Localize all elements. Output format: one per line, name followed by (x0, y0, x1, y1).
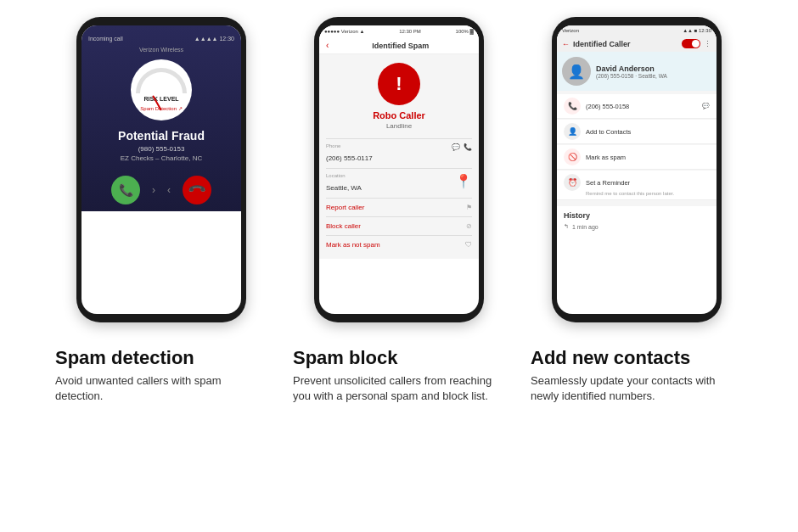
phone3-call-badge: 💬 (702, 103, 710, 109)
phone1-caller-name: EZ Checks – Charlotte, NC (121, 154, 202, 162)
section3-description: Seamlessly update your contacts with new… (531, 373, 743, 404)
phone1-status-right: ▲▲▲▲ 12:30 (194, 36, 234, 42)
phone3-add-item[interactable]: 👤 Add to Contacts (557, 120, 717, 144)
descriptions-row: Spam detection Avoid unwanted callers wi… (17, 348, 781, 405)
phone3-history-call-icon: ↰ (564, 223, 569, 230)
phone3-contact-detail: (206) 555-0158 · Seattle, WA (596, 73, 711, 79)
phone3-spam-item[interactable]: 🚫 Mark as spam (557, 145, 717, 170)
phone1-decline-icon: 📞 (187, 180, 206, 199)
phone2-content: ●●●●● Verizon ▲ 12:30 PM 100% ▓ ‹ Identi… (319, 25, 479, 259)
phone3-call-icon: 📞 (568, 102, 577, 110)
phone1-accept-button[interactable]: 📞 (111, 176, 140, 204)
phone3-status-bar: Verizon ▲▲ ■ 12:30 (557, 25, 717, 36)
phone3-status-right: ▲▲ ■ 12:30 (683, 28, 711, 33)
phone1-frame: Incoming call ▲▲▲▲ 12:30 Verizon Wireles… (76, 17, 246, 322)
phone1-swipe-arrow2: ‹ (167, 184, 171, 196)
phone1-accept-icon: 📞 (119, 183, 133, 197)
phone3-content: Verizon ▲▲ ■ 12:30 ← Identified Caller ⋮… (557, 25, 717, 235)
phone3-spam-icon: 🚫 (568, 153, 577, 161)
phone3-reminder-item[interactable]: ⏰ Set a Reminder Remind me to contact th… (557, 171, 717, 200)
phone2-block-row[interactable]: Block caller ⊘ (326, 216, 472, 235)
phone2-screen: ●●●●● Verizon ▲ 12:30 PM 100% ▓ ‹ Identi… (319, 25, 479, 314)
phone3-add-icon-circle: 👤 (564, 123, 581, 140)
phone3-header-title: Identified Caller (573, 40, 678, 48)
phone3-header: ← Identified Caller ⋮ (557, 36, 717, 52)
phone2-caller-name: Robo Caller (373, 110, 425, 120)
phone2-phone-row: Phone (206) 555-0117 💬 📞 (326, 138, 472, 168)
phone1-carrier: Verizon Wireless (139, 47, 183, 53)
phone2-location-icon: 📍 (455, 173, 472, 189)
phone3-history-item: ↰ 1 min ago (564, 223, 710, 230)
phone3-reminder-icon: ⏰ (568, 178, 577, 187)
phone1-wrapper: Incoming call ▲▲▲▲ 12:30 Verizon Wireles… (55, 17, 267, 322)
phone1-gauge-arc (136, 68, 187, 93)
phone2-phone-info: Phone (206) 555-0117 (326, 143, 373, 164)
phone3-reminder-icon-circle: ⏰ (564, 174, 581, 191)
phone1-gauge: RISK LEVEL Spam Detection ↗ (131, 59, 192, 120)
phone3-call-icon-circle: 📞 (564, 98, 581, 115)
phone2-header: ‹ Identified Spam (319, 37, 479, 54)
phone1-swipe-arrow: › (152, 184, 155, 196)
section2-title: Spam block (293, 348, 505, 368)
phone3-toggle[interactable] (682, 39, 700, 48)
phone2-location-info: Location Seattle, WA (326, 173, 362, 193)
phone2-status-bar: ●●●●● Verizon ▲ 12:30 PM 100% ▓ (319, 25, 479, 37)
phone3-back-arrow[interactable]: ← (562, 40, 570, 48)
phone2-call-icon[interactable]: 📞 (464, 143, 472, 151)
phone2-phone-icons: 💬 📞 (452, 143, 472, 151)
phone2-wrapper: ●●●●● Verizon ▲ 12:30 PM 100% ▓ ‹ Identi… (293, 17, 505, 322)
phone2-message-icon[interactable]: 💬 (452, 143, 460, 151)
phone2-spam-icon: ! (378, 63, 420, 105)
phone3-frame: Verizon ▲▲ ■ 12:30 ← Identified Caller ⋮… (552, 17, 722, 322)
phone2-notspam-row[interactable]: Mark as not spam 🛡 (326, 235, 472, 254)
phone3-screen: Verizon ▲▲ ■ 12:30 ← Identified Caller ⋮… (557, 25, 717, 314)
phone3-action-list: 📞 (206) 555-0158 💬 👤 Add to Contacts (557, 91, 717, 204)
section1-block: Spam detection Avoid unwanted callers wi… (55, 348, 267, 405)
phone1-screen: Incoming call ▲▲▲▲ 12:30 Verizon Wireles… (81, 25, 241, 314)
phone1-number: (980) 555-0153 (138, 145, 185, 153)
section3-block: Add new contacts Seamlessly update your … (531, 348, 743, 405)
phone2-status-right: 100% ▓ (456, 29, 474, 34)
phone2-header-title: Identified Spam (329, 42, 472, 50)
phone3-more-icon[interactable]: ⋮ (704, 40, 711, 48)
phone3-contact-name: David Anderson (596, 64, 711, 73)
phone2-frame: ●●●●● Verizon ▲ 12:30 PM 100% ▓ ‹ Identi… (314, 17, 484, 322)
phone2-caller-type: Landline (386, 122, 412, 130)
section1-description: Avoid unwanted callers with spam detecti… (55, 373, 267, 404)
phone3-spam-icon-circle: 🚫 (564, 148, 581, 165)
phone3-history-time: 1 min ago (572, 224, 598, 230)
section2-description: Prevent unsolicited callers from reachin… (293, 373, 505, 404)
section1-title: Spam detection (55, 348, 267, 368)
phone1-actions: 📞 › ‹ 📞 (111, 176, 211, 204)
phone3-call-item[interactable]: 📞 (206) 555-0158 💬 (557, 94, 717, 119)
phone3-add-person-icon: 👤 (568, 127, 577, 136)
phone1-status-bar: Incoming call ▲▲▲▲ 12:30 (88, 36, 234, 42)
phone2-body: ! Robo Caller Landline Phone (206) 555-0… (319, 54, 479, 259)
phone1-fraud-title: Potential Fraud (118, 129, 205, 143)
phone2-shield-icon: 🛡 (465, 241, 472, 249)
phone2-flag-icon: ⚑ (466, 204, 472, 211)
phone3-contact-card: 👤 David Anderson (206) 555-0158 · Seattl… (557, 52, 717, 91)
phone3-reminder-sub: Remind me to contact this person later. (564, 191, 674, 196)
phones-row: Incoming call ▲▲▲▲ 12:30 Verizon Wireles… (55, 17, 743, 322)
section2-block: Spam block Prevent unsolicited callers f… (293, 348, 505, 405)
phone3-avatar: 👤 (562, 57, 591, 86)
phone2-status-left: ●●●●● Verizon ▲ (324, 29, 364, 34)
phone3-contact-info: David Anderson (206) 555-0158 · Seattle,… (596, 64, 711, 79)
section3-title: Add new contacts (531, 348, 743, 368)
phone3-history-section: History ↰ 1 min ago (557, 206, 717, 235)
phone3-wrapper: Verizon ▲▲ ■ 12:30 ← Identified Caller ⋮… (531, 17, 743, 322)
phone1-decline-button[interactable]: 📞 (183, 176, 211, 204)
phone1-content: Incoming call ▲▲▲▲ 12:30 Verizon Wireles… (81, 25, 241, 211)
phone2-location-row: Location Seattle, WA 📍 (326, 168, 472, 198)
phone3-history-title: History (564, 211, 710, 220)
phone1-incoming-label: Incoming call (88, 36, 123, 42)
phone2-block-icon: ⊘ (466, 222, 472, 230)
phone3-carrier: Verizon (562, 28, 579, 33)
phone1-gauge-label: RISK LEVEL (143, 96, 178, 103)
phone2-status-center: 12:30 PM (399, 29, 421, 34)
phone2-report-row[interactable]: Report caller ⚑ (326, 198, 472, 216)
phone3-avatar-initials: 👤 (568, 64, 585, 80)
